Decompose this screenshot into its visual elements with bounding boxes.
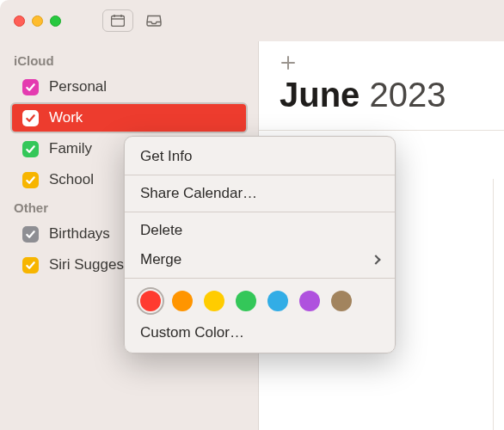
calendars-toggle-button[interactable] xyxy=(102,9,133,32)
menu-get-info-label: Get Info xyxy=(140,148,192,165)
color-swatch[interactable] xyxy=(204,291,224,311)
calendar-checkbox[interactable] xyxy=(22,226,39,243)
calendar-item[interactable]: Work xyxy=(10,102,248,133)
menu-separator xyxy=(125,212,395,212)
minimize-window-button[interactable] xyxy=(32,15,43,27)
color-swatch[interactable] xyxy=(172,291,193,311)
svg-rect-0 xyxy=(112,16,125,27)
check-icon xyxy=(25,229,36,240)
check-icon xyxy=(25,260,36,271)
menu-custom-color[interactable]: Custom Color… xyxy=(125,318,395,347)
color-swatch[interactable] xyxy=(299,291,320,311)
calendar-label: Personal xyxy=(49,78,107,95)
menu-delete-label: Delete xyxy=(140,222,182,239)
menu-separator xyxy=(125,175,395,175)
calendar-checkbox[interactable] xyxy=(22,79,39,95)
close-window-button[interactable] xyxy=(14,15,25,27)
year: 2023 xyxy=(369,76,446,114)
titlebar xyxy=(0,0,504,41)
plus-icon xyxy=(280,55,296,71)
calendar-checkbox[interactable] xyxy=(22,172,39,188)
chevron-right-icon xyxy=(371,255,380,264)
color-swatch[interactable] xyxy=(267,291,288,311)
check-icon xyxy=(25,82,36,93)
check-icon xyxy=(25,144,36,155)
color-swatch[interactable] xyxy=(331,291,352,311)
calendar-label: Work xyxy=(49,109,83,126)
calendar-checkbox[interactable] xyxy=(22,141,39,157)
menu-separator xyxy=(125,278,395,279)
window-controls xyxy=(14,15,61,27)
add-event-button[interactable] xyxy=(273,52,304,74)
calendar-label: Family xyxy=(49,140,92,157)
month-name: June xyxy=(280,76,360,114)
check-icon xyxy=(25,175,36,186)
calendar-checkbox[interactable] xyxy=(22,110,39,126)
toolbar-buttons xyxy=(102,9,169,32)
inbox-button[interactable] xyxy=(138,9,169,32)
inbox-icon xyxy=(146,15,162,27)
menu-custom-color-label: Custom Color… xyxy=(140,324,244,341)
color-picker-row xyxy=(125,282,395,318)
menu-merge[interactable]: Merge xyxy=(125,245,395,274)
context-menu: Get Info Share Calendar… Delete Merge Cu… xyxy=(124,136,396,353)
maximize-window-button[interactable] xyxy=(50,15,61,27)
menu-delete[interactable]: Delete xyxy=(125,216,395,245)
check-icon xyxy=(25,113,36,124)
calendar-icon xyxy=(111,15,125,27)
calendar-item[interactable]: Personal xyxy=(10,71,248,102)
calendar-checkbox[interactable] xyxy=(22,257,39,273)
calendar-label: School xyxy=(49,171,94,188)
calendar-label: Birthdays xyxy=(49,225,110,243)
grid-divider xyxy=(493,179,494,430)
sidebar-section-header: iCloud xyxy=(10,48,248,71)
menu-get-info[interactable]: Get Info xyxy=(125,142,395,171)
menu-merge-label: Merge xyxy=(140,251,181,268)
menu-share-calendar[interactable]: Share Calendar… xyxy=(125,179,395,208)
color-swatch[interactable] xyxy=(236,291,256,311)
color-swatch[interactable] xyxy=(140,291,161,311)
menu-share-label: Share Calendar… xyxy=(140,185,257,202)
